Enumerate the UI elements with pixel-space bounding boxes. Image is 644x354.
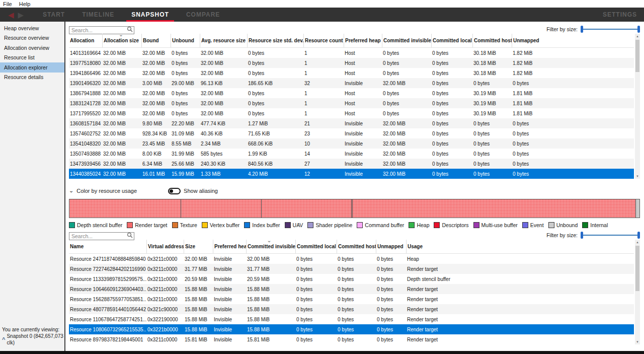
cell: 0 bytes <box>295 256 337 262</box>
column-header[interactable]: Preferred heap <box>213 240 246 253</box>
column-header[interactable]: Committed invisible <box>246 240 295 253</box>
resource-search-input[interactable] <box>69 232 134 240</box>
slider-handle-min[interactable] <box>581 232 583 239</box>
table-row[interactable]: 1350749388832.00 MiB8.00 KiB31.99 MiB585… <box>69 149 634 159</box>
show-aliasing-toggle[interactable] <box>168 188 181 194</box>
cell: 8.55 MiB <box>171 141 200 147</box>
sidebar-item-heap-overview[interactable]: Heap overview <box>0 23 64 33</box>
table-row[interactable]: 1386794188832.00 MiB32.00 MiB0 bytes32.0… <box>69 88 634 98</box>
tab-timeline[interactable]: TIMELINE <box>77 8 119 22</box>
slider-handle-min[interactable] <box>581 26 583 33</box>
scroll-up-arrow[interactable]: ▲ <box>635 34 640 39</box>
table-row[interactable]: 1360815718432.00 MiB9.80 MiB22.20 MiB477… <box>69 118 634 128</box>
table-row[interactable]: 1354104832032.00 MiB23.45 MiB8.55 MiB2.3… <box>69 138 634 149</box>
cell: Invisible <box>213 317 246 322</box>
memory-map <box>69 199 640 218</box>
chevron-up-icon[interactable]: ^ <box>2 336 5 343</box>
table-row[interactable]: 1390149632032.00 MiB3.00 MiB29.00 MiB96.… <box>69 78 634 88</box>
column-header[interactable]: Resource size std. dev. <box>247 34 303 47</box>
cell: Resource 108060732965215535... <box>69 327 146 332</box>
table-row[interactable]: Resource 108060732965215535...0x3221b000… <box>69 324 634 334</box>
memory-map-segment[interactable] <box>351 199 635 218</box>
column-header[interactable]: Usage <box>406 240 634 253</box>
tab-snapshot[interactable]: SNAPSHOT <box>126 8 174 22</box>
cell: 32.00 MiB <box>102 151 141 157</box>
column-header[interactable]: Name <box>69 240 146 253</box>
cell: 71.65 KiB <box>247 131 303 136</box>
table-row[interactable]: Resource 106466091236904403...0x3211c000… <box>69 284 634 294</box>
table-row[interactable]: 1371799552032.00 MiB32.00 MiB0 bytes32.0… <box>69 108 634 118</box>
menu-help[interactable]: Help <box>19 1 31 7</box>
cell: 22.20 MiB <box>171 121 200 126</box>
table-row[interactable]: Resource 48077859144010564420x321c900001… <box>69 304 634 314</box>
back-arrow-icon[interactable]: ◀ <box>8 11 14 19</box>
allocation-search-input[interactable] <box>69 26 134 34</box>
tab-compare[interactable]: COMPARE <box>181 8 225 22</box>
cell: 13574602752 <box>69 131 102 136</box>
table-row[interactable]: Resource 113339897815299575...0x3211c000… <box>69 274 634 284</box>
sidebar-item-resource-list[interactable]: Resource list <box>0 53 64 63</box>
resource-size-slider[interactable] <box>581 232 640 239</box>
column-header[interactable]: Resource count <box>303 34 344 47</box>
table-row[interactable]: 1344038502432.00 MiB16.01 MiB15.99 MiB1.… <box>69 169 634 179</box>
cell: 13440385024 <box>69 171 102 177</box>
column-header[interactable]: Bound <box>141 34 171 47</box>
column-header[interactable]: Avg. resource size <box>200 34 247 47</box>
sidebar-item-resource-details[interactable]: Resource details <box>0 73 64 83</box>
column-header[interactable]: Unmapped <box>376 240 406 253</box>
sidebar-item-resource-overview[interactable]: Resource overview <box>0 33 64 43</box>
search-icon <box>127 26 133 32</box>
color-by-resource-usage-dropdown[interactable]: Color by resource usage <box>76 188 137 194</box>
cell: 0x3211c0000 <box>146 266 184 272</box>
table-row[interactable]: 1357460275232.00 MiB928.34 KiB31.09 MiB4… <box>69 128 634 138</box>
slider-handle-max[interactable] <box>637 26 640 33</box>
column-header[interactable]: Allocation <box>69 34 102 47</box>
table-row[interactable]: 1401316966432.00 MiB32.00 MiB0 bytes32.0… <box>69 48 634 58</box>
scroll-down-arrow[interactable]: ▼ <box>635 339 640 344</box>
allocation-size-slider[interactable] <box>581 26 640 33</box>
menu-file[interactable]: File <box>3 1 12 7</box>
memory-map-segment[interactable] <box>635 199 639 218</box>
legend-label: Index buffer <box>252 222 280 228</box>
column-header[interactable]: Allocation size <box>102 34 141 47</box>
settings-button[interactable]: SETTINGS <box>603 8 637 22</box>
sidebar-item-allocation-explorer[interactable]: Allocation explorer <box>0 62 64 73</box>
table-row[interactable]: 1347393945632.00 MiB6.34 MiB25.66 MiB240… <box>69 159 634 169</box>
scroll-thumb[interactable] <box>635 246 639 291</box>
column-header[interactable]: Committed local <box>431 34 472 47</box>
memory-map-segment[interactable] <box>69 199 181 218</box>
cell: 32.00 MiB <box>102 171 141 177</box>
column-header[interactable]: Preferred heap <box>344 34 382 47</box>
column-header[interactable]: Committed host <box>337 240 376 253</box>
column-header[interactable]: Virtual address <box>146 240 184 253</box>
memory-map-segment[interactable] <box>181 199 261 218</box>
column-header[interactable]: Size <box>184 240 213 253</box>
sidebar-item-allocation-overview[interactable]: Allocation overview <box>0 43 64 53</box>
column-header[interactable]: Committed invisible <box>382 34 431 47</box>
table-row[interactable]: 1397751808032.00 MiB32.00 MiB0 bytes32.0… <box>69 58 634 68</box>
scroll-thumb[interactable] <box>635 40 639 72</box>
cell: 0 bytes <box>295 276 337 282</box>
table-row[interactable]: Resource 156288755977053851...0x3211c000… <box>69 294 634 304</box>
tab-start[interactable]: START <box>38 8 70 22</box>
table-row[interactable]: Resource 72274628442021169900x3211c00003… <box>69 264 634 274</box>
scroll-up-arrow[interactable]: ▲ <box>635 240 640 245</box>
memory-map-segment[interactable] <box>261 199 351 218</box>
table-row[interactable]: Resource 8979837821984450010x3211c000015… <box>69 334 634 344</box>
cell: Invisible <box>344 141 382 147</box>
column-header[interactable]: Unbound <box>171 34 200 47</box>
cell: 0 bytes <box>472 141 512 147</box>
column-header[interactable]: Committed local <box>295 240 337 253</box>
table-row[interactable]: Resource 110678647258774251...0x32219000… <box>69 314 634 324</box>
forward-arrow-icon[interactable]: ▶ <box>18 11 24 19</box>
scroll-down-arrow[interactable]: ▼ <box>635 174 640 179</box>
table-row[interactable]: 1383124172832.00 MiB32.00 MiB0 bytes32.0… <box>69 98 634 108</box>
column-header[interactable]: Committed host <box>472 34 512 47</box>
column-header[interactable]: Unmapped <box>512 34 542 47</box>
table-row[interactable]: 1394186649632.00 MiB32.00 MiB0 bytes32.0… <box>69 68 634 78</box>
vertical-scrollbar[interactable]: ▲ ▼ <box>635 34 640 179</box>
table-row[interactable]: Resource 24711874088848598400x3211c00003… <box>69 254 634 264</box>
vertical-scrollbar[interactable]: ▲ ▼ <box>635 240 640 344</box>
chevron-down-icon[interactable]: ⌄ <box>69 188 73 193</box>
slider-handle-max[interactable] <box>637 232 640 239</box>
